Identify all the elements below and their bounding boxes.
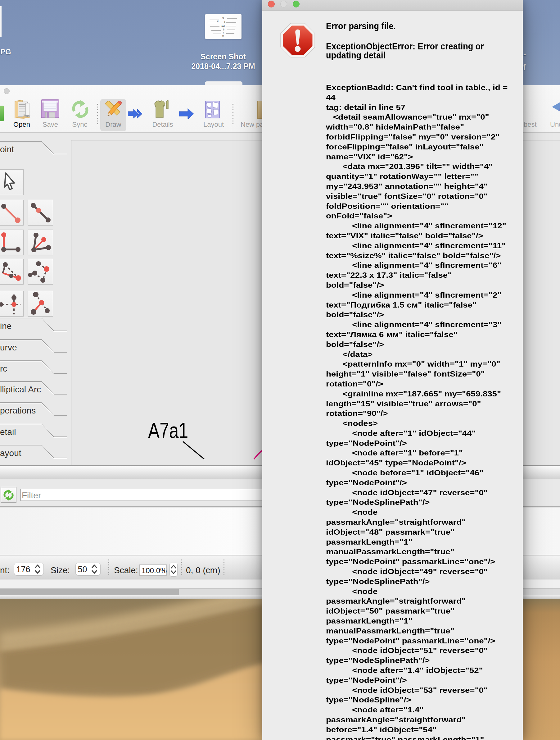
svg-text:1: 1: [221, 24, 223, 27]
svg-text:5: 5: [222, 17, 224, 20]
svg-text:6: 6: [223, 28, 224, 31]
svg-text:4: 4: [224, 20, 225, 24]
svg-text:7: 7: [223, 31, 224, 34]
svg-text:3: 3: [217, 19, 219, 22]
svg-text:9: 9: [222, 34, 224, 37]
svg-text:2: 2: [223, 24, 225, 27]
